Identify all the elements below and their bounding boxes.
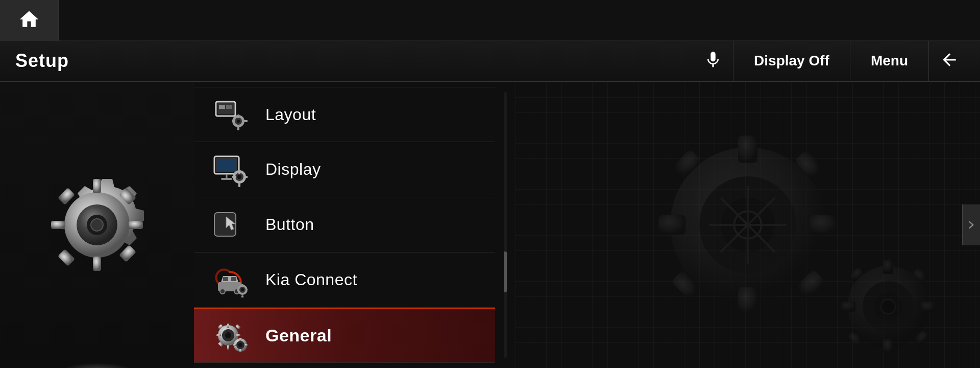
display-label: Display [265,160,321,179]
scrollbar-track[interactable] [504,92,507,358]
layout-label: Layout [265,105,316,124]
svg-rect-32 [238,183,240,187]
menu-item-display[interactable]: Display [194,142,495,197]
svg-rect-87 [883,339,893,354]
menu-label: Menu [871,53,908,69]
menu-item-layout[interactable]: Layout [194,87,495,142]
menu-item-general[interactable]: General [194,308,495,363]
kia-connect-label: Kia Connect [265,270,357,289]
svg-point-50 [225,332,231,338]
button-icon [209,204,250,245]
svg-point-30 [237,175,241,179]
menu-item-button[interactable]: Button [194,197,495,252]
svg-rect-38 [231,277,236,281]
svg-rect-53 [216,334,221,336]
button-label: Button [265,215,314,234]
svg-rect-35 [214,213,236,236]
svg-rect-44 [241,284,243,287]
header-bar: Setup Display Off Menu [0,41,980,82]
svg-rect-25 [217,159,236,171]
svg-point-3 [91,219,103,231]
svg-rect-89 [921,302,935,312]
page-title: Setup [15,50,69,72]
right-decoration [516,82,980,368]
svg-rect-64 [233,344,236,346]
menu-button[interactable]: Menu [850,40,929,81]
layout-icon [209,94,250,135]
mic-button[interactable] [693,40,733,81]
svg-rect-34 [246,176,248,178]
svg-rect-37 [223,277,228,281]
svg-rect-45 [241,295,243,297]
gear-glow [61,363,133,368]
scrollbar-thumb[interactable] [504,251,507,292]
svg-rect-15 [226,105,232,109]
back-button[interactable] [929,40,970,81]
svg-rect-33 [232,176,236,178]
display-off-label: Display Off [754,53,829,69]
svg-rect-65 [244,344,248,346]
display-off-button[interactable]: Display Off [733,40,850,81]
main-content: Layout [0,82,980,368]
general-label: General [265,326,332,346]
svg-rect-4 [93,179,101,193]
header-controls: Display Off Menu [693,41,970,81]
svg-rect-51 [227,324,229,328]
svg-rect-21 [232,120,235,122]
svg-rect-31 [238,170,240,174]
svg-point-39 [220,289,225,294]
svg-rect-54 [236,334,240,336]
svg-rect-63 [239,349,241,352]
display-icon [209,149,250,190]
svg-point-85 [881,300,895,314]
svg-rect-5 [93,257,101,271]
general-icon [209,315,250,356]
top-bar [0,0,980,41]
chevron-right-icon [966,220,976,230]
svg-rect-72 [658,215,685,235]
svg-rect-62 [239,338,241,341]
back-icon [940,50,959,72]
scrollbar-area [495,82,516,368]
svg-rect-6 [51,221,65,229]
svg-point-43 [241,288,244,291]
svg-rect-52 [227,345,229,350]
svg-rect-56 [235,325,241,330]
svg-rect-73 [810,215,837,235]
svg-point-18 [237,120,240,123]
home-icon [18,8,40,33]
menu-item-kia-connect[interactable]: Kia Connect [194,252,495,308]
home-button[interactable] [0,0,59,41]
svg-rect-10 [58,249,75,266]
svg-rect-20 [237,127,239,130]
kia-connect-icon [209,259,250,300]
svg-rect-70 [738,135,757,163]
right-edge-arrow[interactable] [962,204,980,245]
svg-rect-19 [237,114,239,118]
svg-rect-11 [119,245,136,262]
decorative-gear-left [46,174,148,276]
left-decoration [0,82,194,368]
svg-rect-7 [129,221,143,229]
svg-rect-8 [58,188,75,205]
svg-rect-14 [219,105,225,109]
svg-rect-71 [738,287,757,314]
svg-rect-88 [841,302,855,312]
svg-rect-46 [237,289,239,291]
svg-rect-86 [883,260,893,274]
decorative-gear-right-small [837,256,939,358]
decorative-gear-right-large [651,128,845,322]
svg-rect-22 [244,120,248,122]
menu-list: Layout [194,82,495,368]
svg-point-61 [238,343,242,347]
microphone-icon [703,50,723,72]
svg-rect-27 [221,178,232,180]
